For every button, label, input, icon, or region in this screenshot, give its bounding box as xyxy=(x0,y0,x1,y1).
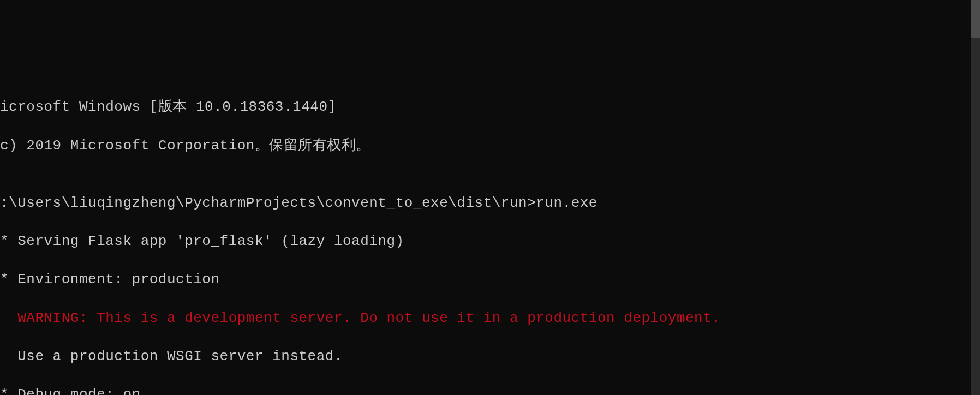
terminal-warning-line: WARNING: This is a development server. D… xyxy=(0,309,980,328)
terminal-line: icrosoft Windows [版本 10.0.18363.1440] xyxy=(0,98,980,117)
terminal-line: * Environment: production xyxy=(0,270,980,289)
terminal-line: Use a production WSGI server instead. xyxy=(0,347,980,366)
terminal-output[interactable]: icrosoft Windows [版本 10.0.18363.1440] c)… xyxy=(0,79,980,395)
scrollbar-thumb[interactable] xyxy=(971,0,980,38)
terminal-line: * Serving Flask app 'pro_flask' (lazy lo… xyxy=(0,232,980,251)
scrollbar-track[interactable] xyxy=(971,0,980,395)
terminal-line: * Debug mode: on xyxy=(0,385,980,395)
terminal-prompt-line: :\Users\liuqingzheng\PycharmProjects\con… xyxy=(0,194,980,213)
terminal-line: c) 2019 Microsoft Corporation。保留所有权利。 xyxy=(0,136,980,155)
